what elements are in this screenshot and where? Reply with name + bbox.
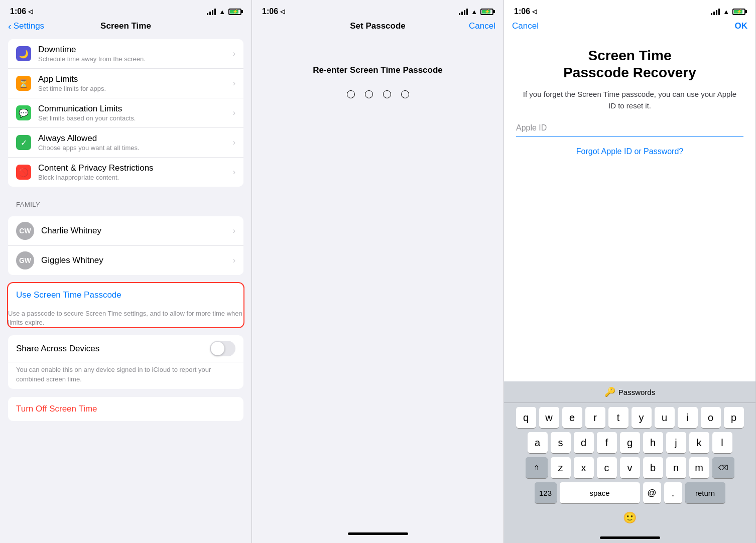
keyboard-suggestions-bar[interactable]: 🔑 Passwords — [504, 381, 755, 403]
key-z[interactable]: z — [551, 457, 571, 478]
cancel-button-3[interactable]: Cancel — [512, 21, 539, 31]
ok-button-3[interactable]: OK — [735, 21, 748, 31]
key-b[interactable]: b — [643, 457, 663, 478]
key-e[interactable]: e — [562, 407, 582, 428]
shift-key[interactable]: ⇧ — [526, 457, 548, 478]
app-limits-chevron-icon: › — [233, 79, 235, 88]
nav-bar-2: Set Passcode Cancel — [252, 19, 503, 35]
key-j[interactable]: j — [666, 432, 686, 453]
settings-item-downtime[interactable]: 🌙 Downtime Schedule time away from the s… — [8, 39, 243, 69]
key-s[interactable]: s — [551, 432, 571, 453]
share-across-devices-item[interactable]: Share Across Devices — [8, 335, 243, 362]
comm-limits-chevron-icon: › — [233, 108, 235, 117]
settings-item-comm-limits[interactable]: 💬 Communication Limits Set limits based … — [8, 98, 243, 128]
return-key[interactable]: return — [685, 482, 725, 503]
key-f[interactable]: f — [597, 432, 617, 453]
turn-off-button[interactable]: Turn Off Screen Time — [8, 397, 243, 421]
status-time-3: 1:06 ◁ — [514, 7, 537, 16]
panel-screen-time: 1:06 ◁ ▲ ⚡ ‹ Settings Screen Time 🌙 Down… — [0, 0, 252, 543]
at-key[interactable]: @ — [643, 482, 661, 503]
status-bar-1: 1:06 ◁ ▲ ⚡ — [0, 0, 251, 19]
giggles-name: Giggles Whitney — [41, 255, 103, 265]
delete-key[interactable]: ⌫ — [712, 457, 734, 478]
battery-icon-3: ⚡ — [732, 9, 745, 15]
passcode-prompt: Re-enter Screen Time Passcode — [313, 65, 443, 75]
key-u[interactable]: u — [655, 407, 675, 428]
settings-item-app-limits[interactable]: ⏳ App Limits Set time limits for apps. › — [8, 69, 243, 98]
key-o[interactable]: o — [701, 407, 721, 428]
panel-passcode-recovery: 1:06 ◁ ▲ ⚡ Cancel OK Screen TimePasscode… — [504, 0, 756, 543]
always-allowed-label: Always Allowed — [38, 133, 233, 144]
turn-off-section: Turn Off Screen Time — [8, 397, 243, 421]
passcode-dot-3 — [383, 90, 391, 98]
dot-key[interactable]: . — [664, 482, 682, 503]
settings-item-content-privacy[interactable]: 🚫 Content & Privacy Restrictions Block i… — [8, 158, 243, 187]
recovery-description: If you forget the Screen Time passcode, … — [516, 89, 743, 111]
key-y[interactable]: y — [632, 407, 652, 428]
key-i[interactable]: i — [678, 407, 698, 428]
key-v[interactable]: v — [620, 457, 640, 478]
downtime-icon: 🌙 — [16, 46, 31, 61]
status-bar-2: 1:06 ◁ ▲ ⚡ — [252, 0, 503, 19]
key-w[interactable]: w — [539, 407, 559, 428]
status-icons-3: ▲ ⚡ — [711, 8, 745, 16]
key-h[interactable]: h — [643, 432, 663, 453]
keyboard: 🔑 Passwords q w e r t y u i o p a s d — [504, 381, 755, 543]
wifi-icon-3: ▲ — [723, 8, 729, 16]
downtime-chevron-icon: › — [233, 49, 235, 58]
home-indicator-2 — [348, 532, 408, 535]
share-label: Share Across Devices — [16, 344, 210, 354]
location-icon-3: ◁ — [532, 8, 537, 15]
settings-item-always-allowed[interactable]: ✓ Always Allowed Choose apps you want at… — [8, 128, 243, 158]
signal-icon-3 — [711, 9, 720, 15]
status-time-2: 1:06 ◁ — [262, 7, 285, 16]
keyboard-bottom-row: 🙂 — [506, 507, 753, 528]
key-r[interactable]: r — [585, 407, 605, 428]
passcode-dots — [347, 90, 409, 98]
family-member-charlie[interactable]: CW Charlie Whitney › — [8, 216, 243, 246]
key-p[interactable]: p — [724, 407, 744, 428]
nav-bar-1: ‹ Settings Screen Time — [0, 19, 251, 35]
space-key[interactable]: space — [560, 482, 640, 503]
passcode-dot-4 — [401, 90, 409, 98]
keyboard-row-2: a s d f g h j k l — [506, 432, 753, 453]
key-t[interactable]: t — [608, 407, 628, 428]
share-toggle[interactable] — [210, 341, 235, 356]
panel-set-passcode: 1:06 ◁ ▲ ⚡ Set Passcode Cancel Re-enter … — [252, 0, 504, 543]
settings-list-1: 🌙 Downtime Schedule time away from the s… — [8, 39, 243, 187]
downtime-sublabel: Schedule time away from the screen. — [38, 55, 233, 63]
content-privacy-chevron-icon: › — [233, 168, 235, 177]
use-passcode-section: Use Screen Time Passcode Use a passcode … — [8, 283, 243, 327]
passcode-dot-1 — [347, 90, 355, 98]
keyboard-row-4: 123 space @ . return — [506, 482, 753, 503]
key-l[interactable]: l — [712, 432, 732, 453]
comm-limits-label: Communication Limits — [38, 104, 233, 114]
back-button-settings[interactable]: ‹ Settings — [8, 21, 44, 32]
use-screen-time-passcode-button[interactable]: Use Screen Time Passcode — [8, 283, 243, 307]
avatar-charlie: CW — [16, 222, 34, 240]
key-n[interactable]: n — [666, 457, 686, 478]
content-privacy-label: Content & Privacy Restrictions — [38, 163, 233, 173]
key-q[interactable]: q — [516, 407, 536, 428]
nav-title-1: Screen Time — [100, 21, 151, 31]
key-c[interactable]: c — [597, 457, 617, 478]
key-d[interactable]: d — [574, 432, 594, 453]
avatar-giggles: GW — [16, 251, 34, 269]
key-m[interactable]: m — [689, 457, 709, 478]
nav-bar-3: Cancel OK — [504, 19, 755, 35]
share-desc: You can enable this on any device signed… — [8, 362, 243, 388]
toggle-knob — [211, 342, 224, 355]
family-member-giggles[interactable]: GW Giggles Whitney › — [8, 246, 243, 275]
key-k[interactable]: k — [689, 432, 709, 453]
numbers-key[interactable]: 123 — [535, 482, 557, 503]
cancel-button-2[interactable]: Cancel — [469, 21, 495, 31]
key-a[interactable]: a — [528, 432, 548, 453]
app-limits-icon: ⏳ — [16, 76, 31, 91]
key-x[interactable]: x — [574, 457, 594, 478]
comm-limits-icon: 💬 — [16, 105, 31, 120]
apple-id-placeholder: Apple ID — [516, 123, 547, 132]
forgot-apple-id-link[interactable]: Forgot Apple ID or Password? — [576, 147, 683, 156]
app-limits-label: App Limits — [38, 74, 233, 84]
emoji-key[interactable]: 🙂 — [619, 507, 641, 528]
key-g[interactable]: g — [620, 432, 640, 453]
